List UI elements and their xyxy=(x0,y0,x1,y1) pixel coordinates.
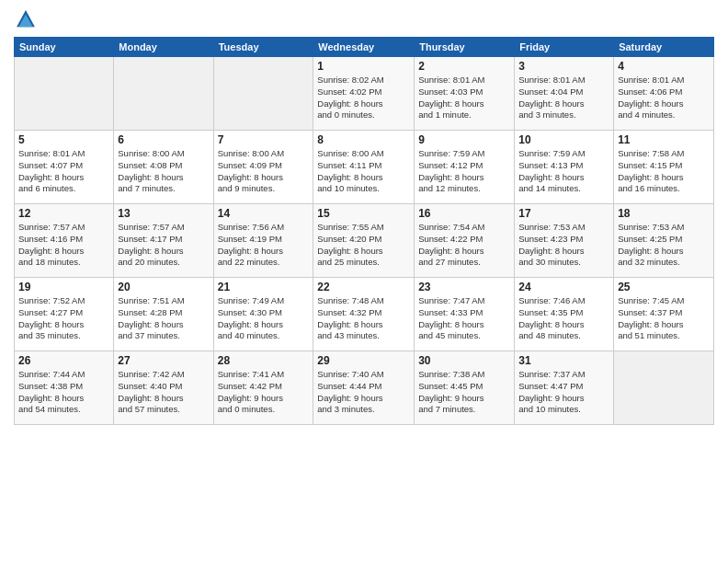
day-info: Sunrise: 7:44 AM Sunset: 4:38 PM Dayligh… xyxy=(18,369,109,416)
day-number: 24 xyxy=(518,281,609,293)
day-info: Sunrise: 7:54 AM Sunset: 4:22 PM Dayligh… xyxy=(418,222,510,269)
weekday-header-friday: Friday xyxy=(515,38,614,57)
day-info: Sunrise: 7:53 AM Sunset: 4:23 PM Dayligh… xyxy=(518,222,609,269)
day-number: 27 xyxy=(118,354,209,367)
day-number: 23 xyxy=(418,281,510,293)
day-cell: 15Sunrise: 7:55 AM Sunset: 4:20 PM Dayli… xyxy=(313,204,415,278)
day-info: Sunrise: 7:38 AM Sunset: 4:45 PM Dayligh… xyxy=(418,369,510,416)
day-info: Sunrise: 8:00 AM Sunset: 4:09 PM Dayligh… xyxy=(218,148,310,195)
day-number: 25 xyxy=(618,281,710,293)
week-row-5: 26Sunrise: 7:44 AM Sunset: 4:38 PM Dayli… xyxy=(15,351,714,425)
day-cell xyxy=(614,351,714,425)
weekday-header-wednesday: Wednesday xyxy=(313,38,415,57)
day-info: Sunrise: 7:58 AM Sunset: 4:15 PM Dayligh… xyxy=(618,148,710,195)
day-cell: 16Sunrise: 7:54 AM Sunset: 4:22 PM Dayli… xyxy=(415,204,515,278)
day-cell: 17Sunrise: 7:53 AM Sunset: 4:23 PM Dayli… xyxy=(515,204,614,278)
day-number: 29 xyxy=(317,354,410,367)
day-number: 5 xyxy=(18,133,109,146)
day-cell: 24Sunrise: 7:46 AM Sunset: 4:35 PM Dayli… xyxy=(515,278,614,351)
day-info: Sunrise: 7:59 AM Sunset: 4:12 PM Dayligh… xyxy=(418,148,510,195)
day-cell xyxy=(114,57,213,131)
day-number: 9 xyxy=(418,133,510,146)
day-number: 21 xyxy=(218,281,310,293)
day-info: Sunrise: 7:56 AM Sunset: 4:19 PM Dayligh… xyxy=(218,222,310,269)
day-cell: 1Sunrise: 8:02 AM Sunset: 4:02 PM Daylig… xyxy=(313,57,415,131)
page: SundayMondayTuesdayWednesdayThursdayFrid… xyxy=(0,0,728,563)
day-cell: 22Sunrise: 7:48 AM Sunset: 4:32 PM Dayli… xyxy=(313,278,415,351)
logo xyxy=(14,9,36,29)
weekday-header-thursday: Thursday xyxy=(415,38,515,57)
day-cell: 20Sunrise: 7:51 AM Sunset: 4:28 PM Dayli… xyxy=(114,278,213,351)
header xyxy=(14,9,714,29)
day-info: Sunrise: 7:48 AM Sunset: 4:32 PM Dayligh… xyxy=(317,295,410,342)
day-number: 6 xyxy=(118,133,209,146)
day-info: Sunrise: 7:41 AM Sunset: 4:42 PM Dayligh… xyxy=(218,369,310,416)
day-cell: 29Sunrise: 7:40 AM Sunset: 4:44 PM Dayli… xyxy=(313,351,415,425)
day-cell: 14Sunrise: 7:56 AM Sunset: 4:19 PM Dayli… xyxy=(213,204,313,278)
day-cell: 26Sunrise: 7:44 AM Sunset: 4:38 PM Dayli… xyxy=(15,351,114,425)
day-info: Sunrise: 7:40 AM Sunset: 4:44 PM Dayligh… xyxy=(317,369,410,416)
day-info: Sunrise: 8:00 AM Sunset: 4:08 PM Dayligh… xyxy=(118,148,209,195)
weekday-header-row: SundayMondayTuesdayWednesdayThursdayFrid… xyxy=(15,38,714,57)
day-cell: 19Sunrise: 7:52 AM Sunset: 4:27 PM Dayli… xyxy=(15,278,114,351)
day-number: 14 xyxy=(218,207,310,220)
day-number: 3 xyxy=(518,60,609,73)
day-info: Sunrise: 7:53 AM Sunset: 4:25 PM Dayligh… xyxy=(618,222,710,269)
day-info: Sunrise: 8:01 AM Sunset: 4:06 PM Dayligh… xyxy=(618,75,710,121)
day-cell: 25Sunrise: 7:45 AM Sunset: 4:37 PM Dayli… xyxy=(614,278,714,351)
day-info: Sunrise: 7:51 AM Sunset: 4:28 PM Dayligh… xyxy=(118,295,209,342)
day-number: 30 xyxy=(418,354,510,367)
day-cell: 10Sunrise: 7:59 AM Sunset: 4:13 PM Dayli… xyxy=(515,131,614,204)
day-number: 8 xyxy=(317,133,410,146)
day-cell: 7Sunrise: 8:00 AM Sunset: 4:09 PM Daylig… xyxy=(213,131,313,204)
day-cell: 31Sunrise: 7:37 AM Sunset: 4:47 PM Dayli… xyxy=(515,351,614,425)
day-info: Sunrise: 8:01 AM Sunset: 4:04 PM Dayligh… xyxy=(518,75,609,121)
day-info: Sunrise: 7:47 AM Sunset: 4:33 PM Dayligh… xyxy=(418,295,510,342)
day-number: 28 xyxy=(218,354,310,367)
day-number: 19 xyxy=(18,281,109,293)
day-number: 11 xyxy=(618,133,710,146)
logo-icon xyxy=(16,9,36,29)
day-cell: 18Sunrise: 7:53 AM Sunset: 4:25 PM Dayli… xyxy=(614,204,714,278)
day-cell: 9Sunrise: 7:59 AM Sunset: 4:12 PM Daylig… xyxy=(415,131,515,204)
day-cell: 4Sunrise: 8:01 AM Sunset: 4:06 PM Daylig… xyxy=(614,57,714,131)
week-row-4: 19Sunrise: 7:52 AM Sunset: 4:27 PM Dayli… xyxy=(15,278,714,351)
day-cell: 12Sunrise: 7:57 AM Sunset: 4:16 PM Dayli… xyxy=(15,204,114,278)
day-cell: 8Sunrise: 8:00 AM Sunset: 4:11 PM Daylig… xyxy=(313,131,415,204)
weekday-header-sunday: Sunday xyxy=(15,38,114,57)
week-row-3: 12Sunrise: 7:57 AM Sunset: 4:16 PM Dayli… xyxy=(15,204,714,278)
day-info: Sunrise: 7:46 AM Sunset: 4:35 PM Dayligh… xyxy=(518,295,609,342)
day-cell: 13Sunrise: 7:57 AM Sunset: 4:17 PM Dayli… xyxy=(114,204,213,278)
day-number: 15 xyxy=(317,207,410,220)
day-cell: 21Sunrise: 7:49 AM Sunset: 4:30 PM Dayli… xyxy=(213,278,313,351)
day-info: Sunrise: 8:01 AM Sunset: 4:07 PM Dayligh… xyxy=(18,148,109,195)
day-info: Sunrise: 7:42 AM Sunset: 4:40 PM Dayligh… xyxy=(118,369,209,416)
day-info: Sunrise: 7:59 AM Sunset: 4:13 PM Dayligh… xyxy=(518,148,609,195)
weekday-header-saturday: Saturday xyxy=(614,38,714,57)
day-cell: 3Sunrise: 8:01 AM Sunset: 4:04 PM Daylig… xyxy=(515,57,614,131)
day-number: 1 xyxy=(317,60,410,73)
day-number: 18 xyxy=(618,207,710,220)
day-number: 22 xyxy=(317,281,410,293)
weekday-header-monday: Monday xyxy=(114,38,213,57)
day-cell: 30Sunrise: 7:38 AM Sunset: 4:45 PM Dayli… xyxy=(415,351,515,425)
day-info: Sunrise: 7:52 AM Sunset: 4:27 PM Dayligh… xyxy=(18,295,109,342)
week-row-2: 5Sunrise: 8:01 AM Sunset: 4:07 PM Daylig… xyxy=(15,131,714,204)
day-number: 4 xyxy=(618,60,710,73)
day-info: Sunrise: 7:55 AM Sunset: 4:20 PM Dayligh… xyxy=(317,222,410,269)
day-info: Sunrise: 7:57 AM Sunset: 4:16 PM Dayligh… xyxy=(18,222,109,269)
day-info: Sunrise: 8:02 AM Sunset: 4:02 PM Dayligh… xyxy=(317,75,410,121)
day-number: 26 xyxy=(18,354,109,367)
day-number: 20 xyxy=(118,281,209,293)
day-number: 12 xyxy=(18,207,109,220)
day-cell: 2Sunrise: 8:01 AM Sunset: 4:03 PM Daylig… xyxy=(415,57,515,131)
day-cell: 6Sunrise: 8:00 AM Sunset: 4:08 PM Daylig… xyxy=(114,131,213,204)
day-number: 16 xyxy=(418,207,510,220)
day-cell: 27Sunrise: 7:42 AM Sunset: 4:40 PM Dayli… xyxy=(114,351,213,425)
day-cell: 23Sunrise: 7:47 AM Sunset: 4:33 PM Dayli… xyxy=(415,278,515,351)
day-cell xyxy=(213,57,313,131)
day-number: 17 xyxy=(518,207,609,220)
day-number: 13 xyxy=(118,207,209,220)
day-number: 7 xyxy=(218,133,310,146)
day-cell: 11Sunrise: 7:58 AM Sunset: 4:15 PM Dayli… xyxy=(614,131,714,204)
